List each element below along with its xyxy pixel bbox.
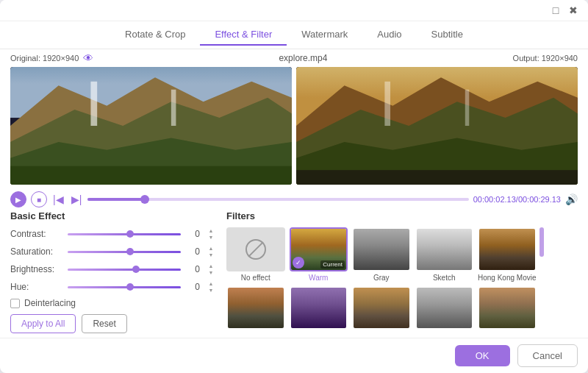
time-total: 00:00:29.13 — [518, 195, 561, 204]
brightness-down[interactable]: ▼ — [206, 269, 216, 276]
brightness-thumb — [132, 266, 140, 273]
filter-item-r3[interactable] — [290, 286, 348, 333]
filters-wrapper: No effect ✓ Current Warm — [226, 227, 578, 332]
saturation-row: Saturation: 0 ▲ ▼ — [10, 245, 216, 258]
filter-thumb-gray — [352, 227, 411, 271]
stop-button[interactable]: ■ — [31, 191, 47, 207]
video-panel-right — [296, 67, 578, 185]
progress-bar[interactable] — [87, 198, 468, 201]
bottom-bar: OK Cancel — [0, 338, 588, 373]
volume-icon[interactable]: 🔊 — [565, 193, 578, 205]
contrast-value: 0 — [185, 229, 200, 239]
hue-slider[interactable] — [68, 281, 181, 293]
ok-button[interactable]: OK — [455, 345, 510, 366]
progress-thumb — [140, 195, 149, 204]
hue-row: Hue: 0 ▲ ▼ — [10, 280, 216, 294]
saturation-down[interactable]: ▼ — [206, 252, 216, 258]
reset-button[interactable]: Reset — [82, 314, 126, 333]
filter-item-r2[interactable] — [226, 286, 285, 333]
contrast-slider[interactable] — [68, 228, 181, 240]
basic-effect-panel: Basic Effect Contrast: 0 ▲ ▼ Saturation: — [10, 210, 216, 332]
contrast-up[interactable]: ▲ — [206, 227, 216, 234]
hue-value: 0 — [185, 282, 200, 292]
contrast-track — [68, 233, 181, 235]
next-frame-button[interactable]: ▶| — [70, 192, 84, 207]
filter-name-gray: Gray — [373, 274, 390, 282]
action-buttons: Apply to All Reset — [10, 314, 216, 333]
tab-subtitle[interactable]: Subtitle — [417, 24, 478, 46]
contrast-spinner: ▲ ▼ — [206, 227, 216, 241]
filter-item-sketch[interactable]: Sketch — [415, 227, 474, 282]
window-controls: □ ✖ — [550, 4, 579, 16]
svg-rect-6 — [90, 82, 97, 126]
contrast-down[interactable]: ▼ — [206, 234, 216, 241]
filter-item-r6[interactable] — [478, 286, 537, 333]
hue-spinner: ▲ ▼ — [206, 280, 216, 294]
video-area — [0, 67, 588, 188]
preview-eye-icon[interactable]: 👁 — [83, 52, 93, 64]
progress-fill — [87, 198, 145, 201]
contrast-label: Contrast: — [10, 229, 63, 239]
minimize-button[interactable]: □ — [550, 4, 562, 16]
filter-thumb-warm: ✓ Current — [290, 227, 348, 271]
saturation-label: Saturation: — [10, 246, 63, 257]
info-bar: Original: 1920×940 👁 explore.mp4 Output:… — [0, 49, 588, 67]
deinterlacing-row: Deinterlacing — [10, 298, 216, 308]
video-panel-left — [10, 67, 292, 185]
saturation-slider[interactable] — [68, 246, 181, 257]
brightness-spinner: ▲ ▼ — [206, 263, 216, 276]
saturation-up[interactable]: ▲ — [206, 245, 216, 252]
hue-thumb — [126, 283, 134, 291]
filters-panel: Filters No effect — [216, 210, 578, 332]
filter-item-r5[interactable] — [415, 286, 474, 333]
filters-scrollbar-thumb — [539, 227, 544, 257]
brightness-slider[interactable] — [68, 263, 181, 275]
filter-thumb-r3 — [290, 286, 348, 330]
svg-rect-13 — [296, 170, 578, 185]
deinterlacing-checkbox[interactable] — [10, 299, 20, 308]
brightness-up[interactable]: ▲ — [206, 263, 216, 269]
filters-grid: No effect ✓ Current Warm — [226, 227, 537, 332]
tab-effect-filter[interactable]: Effect & Filter — [200, 24, 287, 46]
hue-track — [68, 286, 181, 288]
saturation-value: 0 — [185, 246, 200, 257]
tab-rotate-crop[interactable]: Rotate & Crop — [110, 24, 200, 46]
filter-item-no-effect[interactable]: No effect — [226, 227, 285, 282]
time-display: 00:00:02.13/00:00:29.13 — [473, 195, 561, 204]
filename-label: explore.mp4 — [93, 53, 512, 63]
deinterlacing-label: Deinterlacing — [24, 298, 76, 308]
hue-label: Hue: — [10, 282, 63, 292]
svg-rect-14 — [384, 82, 390, 126]
filter-item-r4[interactable] — [352, 286, 411, 333]
tabs-bar: Rotate & Crop Effect & Filter Watermark … — [0, 21, 588, 49]
contrast-thumb — [126, 230, 134, 238]
filter-thumb-hkm — [478, 227, 537, 271]
main-window: □ ✖ Rotate & Crop Effect & Filter Waterm… — [0, 0, 588, 373]
prev-frame-button[interactable]: |◀ — [51, 192, 65, 207]
saturation-thumb — [126, 248, 134, 255]
filter-item-hkm[interactable]: Hong Kong Movie — [478, 227, 537, 282]
apply-all-button[interactable]: Apply to All — [10, 314, 76, 333]
svg-rect-5 — [10, 166, 292, 185]
filter-name-no-effect: No effect — [241, 274, 270, 282]
filter-name-sketch: Sketch — [433, 274, 456, 282]
filter-item-warm[interactable]: ✓ Current Warm — [290, 227, 348, 282]
filter-item-gray[interactable]: Gray — [352, 227, 411, 282]
tab-audio[interactable]: Audio — [362, 24, 416, 46]
play-button[interactable]: ▶ — [10, 191, 26, 207]
contrast-row: Contrast: 0 ▲ ▼ — [10, 227, 216, 241]
hue-down[interactable]: ▼ — [206, 287, 216, 294]
svg-rect-15 — [465, 90, 469, 126]
time-current: 00:00:02.13 — [473, 195, 516, 204]
tab-watermark[interactable]: Watermark — [287, 24, 362, 46]
controls-bar: ▶ ■ |◀ ▶| 00:00:02.13/00:00:29.13 🔊 — [0, 188, 588, 210]
basic-effect-title: Basic Effect — [10, 210, 216, 221]
filter-thumb-sketch — [415, 227, 474, 271]
filter-thumb-r4 — [352, 286, 411, 330]
brightness-value: 0 — [185, 264, 200, 274]
cancel-button[interactable]: Cancel — [517, 344, 578, 367]
title-bar: □ ✖ — [0, 0, 588, 21]
filter-name-warm: Warm — [309, 274, 328, 282]
maximize-button[interactable]: ✖ — [567, 4, 579, 16]
hue-up[interactable]: ▲ — [206, 280, 216, 287]
